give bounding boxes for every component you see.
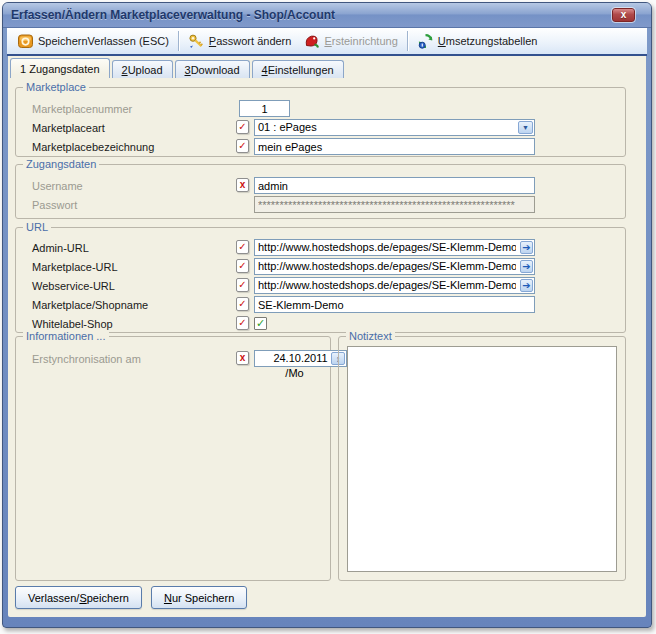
mapping-tables-button[interactable]: Umsetzungstabellen xyxy=(411,30,544,52)
toolbar-separator xyxy=(178,31,179,51)
marketplacenummer-input[interactable] xyxy=(239,100,290,117)
row-shopname: Marketplace/Shopname ✓ xyxy=(16,296,625,314)
whitelabel-label: Whitelabel-Shop xyxy=(32,318,113,330)
group-informationen-title: Informationen ... xyxy=(23,330,109,343)
save-exit-button[interactable]: SpeichernVerlassen (ESC) xyxy=(11,30,175,52)
marketplacebezeichnung-label: Marketplacebezeichnung xyxy=(32,141,154,153)
erstsync-date-value: 24.10.2011 /Mo xyxy=(273,352,327,379)
key-icon xyxy=(188,33,205,49)
admin-url-value: http://www.hostedshops.de/epages/SE-Klem… xyxy=(258,240,516,255)
red-check-icon[interactable]: ✓ xyxy=(236,297,249,311)
marketplaceart-select[interactable]: 01 : ePages ▼ xyxy=(254,119,535,136)
group-notiztext: Notiztext xyxy=(338,336,626,581)
webservice-url-label: Webservice-URL xyxy=(32,280,115,292)
row-marketplacebezeichnung: Marketplacebezeichnung ✓ xyxy=(16,138,625,156)
row-webservice-url: Webservice-URL ✓ http://www.hostedshops.… xyxy=(16,277,625,295)
passwort-label: Passwort xyxy=(32,199,77,211)
admin-url-label: Admin-URL xyxy=(32,242,89,254)
close-button[interactable]: x xyxy=(612,8,635,22)
row-marketplacenummer: Marketplacenummer xyxy=(16,100,625,118)
row-passwort: Passwort xyxy=(16,196,625,214)
group-zugangsdaten: Zugangsdaten Username x Passwort xyxy=(15,164,626,219)
save-only-button[interactable]: Nur Speichern xyxy=(151,586,247,609)
content-area: 1 Zugangsdaten 2 Upload 3 Download 4 Ein… xyxy=(8,56,646,617)
change-password-button[interactable]: Passwort ändern xyxy=(182,30,298,52)
toolbar: SpeichernVerlassen (ESC) Passwort ändern… xyxy=(7,28,647,54)
webservice-url-field[interactable]: http://www.hostedshops.de/epages/SE-Klem… xyxy=(254,277,535,294)
red-check-icon[interactable]: ✓ xyxy=(236,316,249,330)
app-window: Erfassen/Ändern Marketplaceverwaltung - … xyxy=(2,2,652,628)
row-marketplaceart: Marketplaceart ✓ 01 : ePages ▼ xyxy=(16,119,625,137)
admin-url-field[interactable]: http://www.hostedshops.de/epages/SE-Klem… xyxy=(254,239,535,256)
open-url-icon[interactable]: ➔ xyxy=(520,279,533,292)
red-check-icon[interactable]: ✓ xyxy=(236,278,249,292)
group-url: URL Admin-URL ✓ http://www.hostedshops.d… xyxy=(15,227,626,333)
toolbar-separator xyxy=(407,31,408,51)
group-informationen: Informationen ... Erstynchronisation am … xyxy=(15,336,331,581)
group-marketplace: Marketplace Marketplacenummer Marketplac… xyxy=(15,87,626,157)
marketplacenummer-label: Marketplacenummer xyxy=(32,103,132,115)
shopname-label: Marketplace/Shopname xyxy=(32,299,148,311)
erstsync-date-field[interactable]: 24.10.2011 /Mo ↕ xyxy=(254,350,347,367)
marketplace-url-label: Marketplace-URL xyxy=(32,261,118,273)
change-password-label: Passwort ändern xyxy=(209,35,292,47)
username-input[interactable] xyxy=(254,177,535,194)
group-marketplace-title: Marketplace xyxy=(23,81,89,94)
row-erstsync: Erstynchronisation am x 24.10.2011 /Mo ↕ xyxy=(16,350,330,368)
webservice-url-value: http://www.hostedshops.de/epages/SE-Klem… xyxy=(258,278,516,293)
first-setup-button: Ersteinrichtung xyxy=(297,30,403,52)
tab-einstellungen[interactable]: 4 Einstellungen xyxy=(252,60,344,78)
save-exit-label: SpeichernVerlassen (ESC) xyxy=(38,35,169,47)
open-url-icon[interactable]: ➔ xyxy=(520,241,533,254)
mapping-tables-icon xyxy=(417,33,434,49)
red-x-icon[interactable]: x xyxy=(236,178,249,192)
marketplace-url-value: http://www.hostedshops.de/epages/SE-Klem… xyxy=(258,259,516,274)
footer-button-row: Verlassen/Speichern Nur Speichern xyxy=(15,586,247,609)
tab-bar: 1 Zugangsdaten 2 Upload 3 Download 4 Ein… xyxy=(10,58,346,78)
username-label: Username xyxy=(32,180,83,192)
marketplace-url-field[interactable]: http://www.hostedshops.de/epages/SE-Klem… xyxy=(254,258,535,275)
shopname-input[interactable] xyxy=(254,296,535,313)
red-check-icon[interactable]: ✓ xyxy=(236,120,249,134)
group-notiztext-title: Notiztext xyxy=(346,330,395,343)
tab-zugangsdaten[interactable]: 1 Zugangsdaten xyxy=(10,58,110,78)
tab-download[interactable]: 3 Download xyxy=(175,60,250,78)
marketplacebezeichnung-input[interactable] xyxy=(254,138,535,155)
marketplaceart-label: Marketplaceart xyxy=(32,122,105,134)
first-setup-label: Ersteinrichtung xyxy=(324,35,397,47)
row-username: Username x xyxy=(16,177,625,195)
tab-upload[interactable]: 2 Upload xyxy=(112,60,173,78)
dropdown-arrow-icon[interactable]: ▼ xyxy=(518,121,533,134)
whitelabel-checkbox[interactable]: ✓ xyxy=(254,317,267,330)
red-check-icon[interactable]: ✓ xyxy=(236,240,249,254)
passwort-input xyxy=(254,196,535,213)
screen: Erfassen/Ändern Marketplaceverwaltung - … xyxy=(0,0,656,634)
red-check-icon[interactable]: ✓ xyxy=(236,139,249,153)
row-marketplace-url: Marketplace-URL ✓ http://www.hostedshops… xyxy=(16,258,625,276)
group-zugangsdaten-title: Zugangsdaten xyxy=(23,158,99,171)
erstsync-label: Erstynchronisation am xyxy=(32,353,141,365)
exit-save-button[interactable]: Verlassen/Speichern xyxy=(15,586,142,609)
red-x-icon[interactable]: x xyxy=(236,351,249,365)
title-bar[interactable]: Erfassen/Ändern Marketplaceverwaltung - … xyxy=(3,3,651,28)
red-check-icon[interactable]: ✓ xyxy=(236,259,249,273)
setup-icon xyxy=(303,33,320,49)
row-admin-url: Admin-URL ✓ http://www.hostedshops.de/ep… xyxy=(16,239,625,257)
marketplaceart-value: 01 : ePages xyxy=(258,121,317,133)
group-url-title: URL xyxy=(23,221,51,234)
notiztext-textarea[interactable] xyxy=(347,346,617,572)
open-url-icon[interactable]: ➔ xyxy=(520,260,533,273)
window-title: Erfassen/Ändern Marketplaceverwaltung - … xyxy=(11,8,612,22)
save-exit-icon xyxy=(17,33,34,49)
mapping-tables-label: Umsetzungstabellen xyxy=(438,35,538,47)
